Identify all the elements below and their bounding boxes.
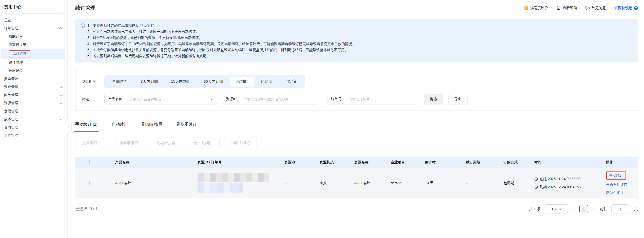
chevron-down-icon (60, 101, 63, 104)
sidebar-item-order-management[interactable]: 订单管理 (0, 24, 67, 32)
product-name-input[interactable] (126, 94, 211, 104)
prev-page-button[interactable]: ‹ (572, 206, 576, 211)
expire-time: 到期:2025-12-24 09:37:58 (534, 185, 604, 189)
sidebar-item-contract-management[interactable]: 合同管理 (0, 123, 67, 132)
segment-7-days[interactable]: 7天内到期 (134, 77, 164, 86)
sidebar-item-label: 账单管理 (4, 93, 18, 97)
sidebar-item-my-orders[interactable]: 我的订单 (0, 32, 67, 40)
search-button[interactable]: 搜索 (424, 94, 443, 104)
segment-30-days[interactable]: 30天内到期 (197, 77, 230, 86)
pagination: 共 1 条 10 ‹ 1 › 前往 页 (529, 204, 638, 213)
redacted-resource-id (198, 173, 269, 182)
redacted-order-number (198, 183, 243, 193)
sidebar-item-label: 发票管理 (4, 109, 18, 114)
cell-resource-status: 有效 (320, 181, 354, 185)
col-countdown: 倒计时 (425, 160, 466, 165)
enable-auto-renew-link[interactable]: 开通自动续订 (606, 183, 636, 187)
view-help-link[interactable]: 查看帮助 (557, 6, 577, 10)
chevron-down-icon[interactable] (211, 97, 213, 100)
segment-expired[interactable]: 已到期 (254, 77, 279, 86)
manual-renew-link[interactable]: 手动续订 (609, 173, 623, 178)
sidebar-item-label: 退订管理 (9, 60, 23, 65)
sidebar-item-export-records[interactable]: 导出记录 (0, 67, 67, 75)
segment-all-time[interactable]: 全部时间 (106, 77, 134, 86)
tab-auto-renewal[interactable]: 自动续订 (112, 122, 128, 127)
notice-line-2: 2、如果在自动续订前已完成人工续订，则同一周期内不会再自动续订。 (87, 29, 633, 35)
current-page-button[interactable]: 1 (579, 205, 588, 213)
sidebar-item-cost-management[interactable]: 成本管理 (0, 115, 67, 123)
help-doc-link[interactable]: 帮助文档 (140, 24, 154, 28)
tab-expire-no-renewal[interactable]: 到期不续订 (177, 122, 197, 127)
billing-center-page: 费用中心 总览 订单管理 我的订单 待支付订单 续订管理 退订管理 导出记录 撤… (0, 0, 644, 238)
col-order-mode: 订购方式 (503, 160, 534, 165)
expire-time-label: 到期时间 (82, 79, 104, 84)
expire-time-filter: 到期时间 全部时间 7天内到期 15天内到期 30天内到期 未到期 已到期 自定… (82, 75, 631, 88)
sidebar-item-label: 续订管理 (12, 51, 27, 55)
table-row: AOne会议 -- 有效 AOne会议 default 13 天 -- 包周期 … (75, 168, 638, 198)
segment-15-days[interactable]: 15天内到期 (164, 77, 197, 86)
main-content: 续订管理 满意度评价 (68, 0, 644, 238)
goto-page-input[interactable] (611, 204, 630, 213)
segment-custom[interactable]: 自定义 (279, 77, 303, 86)
col-enterprise-project: 企业项目 (391, 160, 425, 165)
enable-auto-renew-button[interactable]: 开通自动续订 (109, 138, 145, 148)
sidebar-item-bill-management[interactable]: 账单管理 (0, 91, 67, 99)
order-number-input[interactable] (345, 94, 418, 104)
renewal-tabs: < 手动续订 (1) 自动续订 到期转按需 到期不续订 (75, 122, 638, 131)
resource-id-label: 资源ID (222, 94, 240, 104)
notice-line-3: 3、对于7天内到期的资源，或已到期的资源，不支持设置/修改自动续订。 (87, 35, 633, 41)
expire-to-ondemand-button[interactable]: 到期转按需 (150, 138, 182, 148)
sidebar-item-unsubscribe-management[interactable]: 退订管理 (0, 59, 67, 67)
expire-no-renew-link[interactable]: 到期不续订 (606, 190, 636, 195)
chevron-up-icon (59, 27, 62, 30)
tab-manual-renewal[interactable]: 手动续订 (1) (75, 122, 97, 127)
sidebar-item-label: 撤单管理 (4, 77, 18, 81)
search-filter-row: 筛选 产品名称 资源ID 订单号 搜索 导出 (82, 94, 631, 104)
resource-locked-link[interactable]: 资源被锁定 ? (614, 6, 638, 10)
sidebar-item-pending-orders[interactable]: 待支付订单 (0, 40, 67, 49)
expire-no-renew-button[interactable]: 到期不续订 (224, 138, 257, 148)
sidebar-item-invoice-management[interactable]: 发票管理 (0, 107, 67, 115)
table-header: 产品名称 资源ID / 订单号 资源池 资源状态 资源名称 企业项目 倒计时 续… (75, 157, 638, 168)
faq-link[interactable]: ? 常见问题 (586, 6, 606, 10)
page-header: 续订管理 满意度评价 (75, 5, 638, 11)
segment-not-expired[interactable]: 未到期 (230, 77, 254, 86)
unified-expiry-date-button[interactable]: 统一到期日 (187, 138, 220, 148)
expand-row-icon[interactable] (81, 181, 81, 185)
collapse-panel-icon[interactable]: < (67, 119, 72, 134)
cell-enterprise-project: default (391, 181, 425, 185)
cell-countdown: 13 天 (425, 181, 466, 185)
filter-label: 筛选 (82, 97, 104, 101)
sidebar-item-resource-management[interactable]: 资源管理 (0, 99, 67, 107)
export-button[interactable]: 导出 (448, 94, 467, 104)
next-page-button[interactable]: › (592, 206, 596, 211)
sidebar-item-label: 资源管理 (4, 101, 18, 105)
col-resource-status: 资源状态 (320, 160, 354, 165)
sidebar-item-coupon-management[interactable]: 卡券管理 (0, 132, 67, 140)
row-checkbox[interactable] (89, 181, 90, 185)
col-product-name: 产品名称 (115, 160, 198, 165)
cell-resource-id (198, 173, 284, 193)
sidebar-item-funds-management[interactable]: 资金管理 (0, 83, 67, 91)
sidebar-item-overview[interactable]: 总览 (0, 16, 67, 24)
smiley-icon (524, 6, 529, 10)
notice-line-6: 6、若资源到期后续费，续费周期自资源续订解冻开始，计算新的服务有效期。 (87, 53, 633, 59)
page-size-select[interactable]: 10 (545, 204, 568, 213)
selected-count: 已选择: 0 / 1 (75, 206, 97, 212)
resource-id-input[interactable] (240, 94, 317, 104)
sidebar-item-cancel-order-management[interactable]: 撤单管理 (0, 75, 67, 83)
notice-line-5: 5、非成套订购但具有绑定或挂载关系的资源，需要分别开通自动续订，例如仅对云硬盘设… (87, 47, 633, 53)
annotation-box: 手动续订 (606, 171, 626, 180)
col-time: 时间 (534, 160, 606, 165)
satisfaction-survey-link[interactable]: 满意度评价 (524, 6, 548, 10)
notice-line-1: 1、支持自动续订的产品范围详见 帮助文档 (87, 23, 633, 29)
order-number-filter: 订单号 (327, 94, 418, 104)
clock-icon (534, 177, 538, 181)
tab-expire-to-ondemand[interactable]: 到期转按需 (142, 122, 162, 127)
sidebar-item-label: 我的订单 (9, 34, 23, 39)
select-all-checkbox[interactable] (89, 160, 90, 165)
col-renew-cycle: 续订周期 (466, 160, 503, 165)
sidebar-item-renewal-management[interactable]: 续订管理 (1, 49, 65, 59)
bulk-renew-button[interactable]: 批量续订 (75, 138, 104, 148)
sidebar-item-label: 待支付订单 (9, 42, 26, 47)
